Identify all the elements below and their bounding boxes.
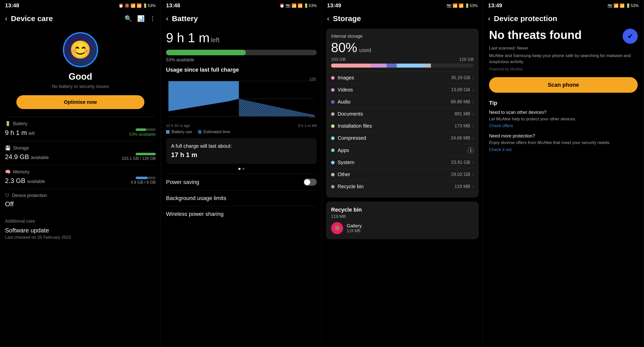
storage-item-icon: 💾 <box>5 145 11 151</box>
top-bar-icons-1: 🔍 📊 ⋮ <box>125 15 156 22</box>
back-button-2[interactable]: ‹ <box>166 15 168 23</box>
status-time-3: 13:49 <box>327 2 341 9</box>
back-button-1[interactable]: ‹ <box>5 15 7 23</box>
file-size-audio: 88.88 MB <box>451 99 470 105</box>
dot-other <box>331 173 335 176</box>
check-offers-link[interactable]: Check offers <box>489 123 513 128</box>
internal-storage-label: Internal storage <box>331 34 474 39</box>
chevron-images: › <box>472 75 474 80</box>
battery-item-value: 9 h 1 m left <box>5 129 35 137</box>
file-item-system[interactable]: System 23.91 GB › <box>331 156 474 168</box>
file-item-other[interactable]: Other 29.02 GB › <box>331 168 474 180</box>
care-item-device-protection[interactable]: 🛡 Device protection Off <box>5 189 156 212</box>
wireless-row[interactable]: Wireless power sharing <box>166 206 317 222</box>
bg-usage-row[interactable]: Background usage limits <box>166 190 317 206</box>
status-time-4: 13:49 <box>488 2 502 9</box>
status-icons-4: 📷 📶 📶 🔋53% <box>608 3 639 8</box>
care-item-memory[interactable]: 🧠 Memory 2.3 GB available 4.8 GB / 8 GB <box>5 165 156 189</box>
software-update-sub: Last checked on 25 February 2022 <box>5 235 156 240</box>
power-saving-row[interactable]: Power saving <box>166 174 317 190</box>
scan-phone-button[interactable]: Scan phone <box>489 77 638 93</box>
good-status: Good <box>69 71 92 82</box>
tip1-question: Need to scan other devices? <box>489 110 638 115</box>
last-scanned: Last scanned: Never <box>489 46 638 51</box>
file-item-recycle[interactable]: Recycle bin 119 MB › <box>331 180 474 192</box>
care-item-storage[interactable]: 💾 Storage 24.9 GB available 103.1 GB / 1… <box>5 141 156 165</box>
panel1-content: 😊 Good No battery or security issues Opt… <box>0 26 161 347</box>
legend-striped-icon <box>198 130 202 134</box>
file-item-apps[interactable]: Apps ℹ <box>331 144 474 156</box>
search-icon-1[interactable]: 🔍 <box>125 15 132 22</box>
check-it-out-link[interactable]: Check it out <box>489 147 512 152</box>
legend-solid-icon <box>166 130 170 134</box>
battery-progress-bar <box>166 50 317 55</box>
gallery-size: 119 MB <box>347 229 362 233</box>
bar-other <box>424 64 431 68</box>
back-button-3[interactable]: ‹ <box>327 15 329 23</box>
file-item-installation[interactable]: Installation files 173 MB › <box>331 120 474 132</box>
svg-text:100: 100 <box>309 77 316 81</box>
software-update[interactable]: Software update Last checked on 25 Febru… <box>5 227 156 240</box>
info-icon-apps[interactable]: ℹ <box>468 147 474 153</box>
status-bar-2: 13:48 ⏰ 📷 📶 📶 🔋53% <box>161 0 322 11</box>
file-name-apps: Apps <box>338 147 349 153</box>
additional-care-label: Additional care <box>5 219 156 224</box>
battery-time-big: 9 h 1 m left <box>166 26 317 47</box>
toggle-knob <box>304 179 310 185</box>
tip2-answer: Enjoy diverse offers from McAfee that me… <box>489 140 638 146</box>
file-name-audio: Audio <box>338 99 350 105</box>
dot-indicators <box>166 168 317 170</box>
mcafee-desc: McAfee and Samsung keep your phone safe … <box>489 53 638 65</box>
gallery-item[interactable]: ✳️ Gallery 119 MB <box>331 222 474 234</box>
recycle-bin-card: Recycle bin 119 MB ✳️ Gallery 119 MB <box>326 202 479 239</box>
file-item-audio[interactable]: Audio 88.88 MB › <box>331 96 474 108</box>
storage-item-label: Storage <box>13 145 29 151</box>
battery-hours: 9 h 1 m <box>166 30 210 45</box>
signal-icon-3: 📶 <box>459 3 464 8</box>
care-items-list: 🔋 Battery 9 h 1 m left 53% available <box>0 114 161 215</box>
optimise-button[interactable]: Optimise now <box>16 95 144 109</box>
alarm-icon-2: ⏰ <box>279 3 285 8</box>
camera-icon-3: 📷 <box>447 3 452 8</box>
gallery-name: Gallery <box>347 223 362 229</box>
powered-by: Powered by McAfee <box>489 67 638 71</box>
no-threats-text: No threats found <box>489 29 620 41</box>
software-update-title: Software update <box>5 227 156 234</box>
full-charge-label: A full charge will last about: <box>171 143 312 149</box>
power-saving-toggle[interactable] <box>304 179 317 186</box>
tip-block-2: Need more protection? Enjoy diverse offe… <box>489 133 638 152</box>
file-left-installation: Installation files <box>331 123 372 129</box>
camera-icon-4: 📷 <box>608 3 613 8</box>
file-left-audio: Audio <box>331 99 350 105</box>
status-bar-3: 13:49 📷 📶 📶 🔋53% <box>322 0 483 11</box>
battery-bar-fill <box>136 128 146 131</box>
camera-icon-2: 📷 <box>286 3 291 8</box>
file-item-videos[interactable]: Videos 13.69 GB › <box>331 84 474 96</box>
full-charge-time: 17 h 1 m <box>171 151 312 159</box>
dot-documents <box>331 112 335 116</box>
battery-item-right: 53% available <box>129 132 156 137</box>
care-item-battery[interactable]: 🔋 Battery 9 h 1 m left 53% available <box>5 117 156 141</box>
file-name-installation: Installation files <box>338 123 372 129</box>
panel-storage: 13:49 📷 📶 📶 🔋53% ‹ Storage Internal stor… <box>322 0 483 347</box>
file-name-videos: Videos <box>338 87 353 93</box>
alarm-icon: ⏰ <box>118 3 124 8</box>
page-title-4: Device protection <box>494 14 639 23</box>
panel2-content: 9 h 1 m left 53% available Usage since l… <box>161 26 322 347</box>
tip-section: Tip Need to scan other devices? Let McAf… <box>489 100 638 153</box>
panel-device-protection: 13:49 📷 📶 📶 🔋53% ‹ Device protection No … <box>483 0 644 347</box>
file-item-images[interactable]: Images 35.19 GB › <box>331 72 474 84</box>
full-charge-section: A full charge will last about: 17 h 1 m <box>166 138 317 164</box>
file-name-recycle: Recycle bin <box>338 184 364 189</box>
back-button-4[interactable]: ‹ <box>488 15 490 23</box>
battery-icon-4: 🔋53% <box>626 3 639 8</box>
more-icon-1[interactable]: ⋮ <box>150 15 156 22</box>
chart-label-right: 9 h 1 m left <box>298 123 317 128</box>
file-size-images: 35.19 GB <box>451 75 470 80</box>
file-item-compressed[interactable]: Compressed 24.66 MB › <box>331 132 474 144</box>
file-item-documents[interactable]: Documents 891 MB › <box>331 108 474 120</box>
chart-icon-1[interactable]: 📊 <box>137 15 145 22</box>
signal-icon-2: 📶 <box>298 3 303 8</box>
signal-icon-4: 📶 <box>620 3 625 8</box>
storage-used: 103 GB <box>331 57 346 62</box>
